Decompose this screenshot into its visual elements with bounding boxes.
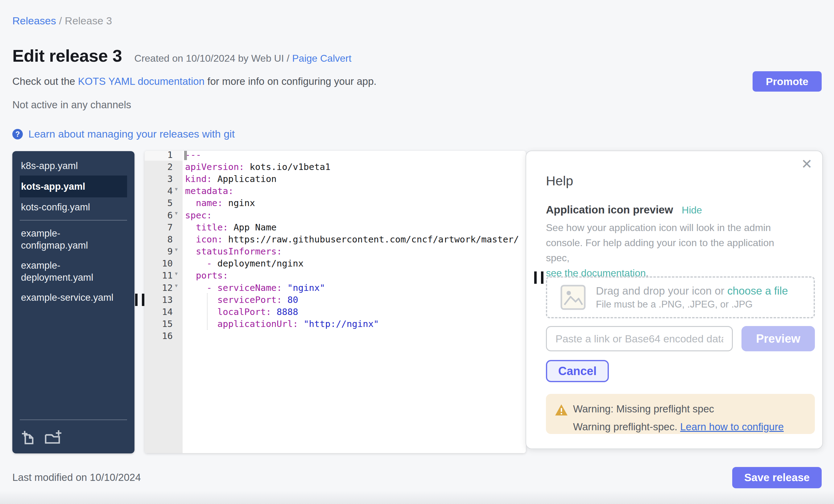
- bottom-fade: [0, 490, 834, 504]
- page: Releases / Release 3 Edit release 3 Crea…: [0, 0, 834, 504]
- warning-icon: [554, 404, 568, 416]
- fold-arrow-icon[interactable]: ▾: [175, 210, 178, 217]
- line-number: 16: [145, 331, 182, 341]
- breadcrumb-current: / Release 3: [56, 15, 112, 26]
- git-banner: ? Learn about managing your releases wit…: [12, 128, 822, 140]
- fold-arrow-icon[interactable]: ▾: [175, 246, 178, 253]
- help-title: Help: [546, 173, 573, 189]
- line-number: 5: [145, 198, 182, 208]
- dropzone-line2: File must be a .PNG, .JPEG, or .JPG: [596, 299, 788, 310]
- hide-link[interactable]: Hide: [682, 204, 702, 216]
- line-number: 14: [145, 307, 182, 317]
- footer: Last modified on 10/10/2024 Save release: [12, 465, 822, 490]
- warning-title: Warning: Missing preflight spec: [573, 403, 714, 415]
- code-line-8: 8 icon: https://raw.githubusercontent.co…: [145, 233, 526, 245]
- icon-dropzone[interactable]: Drag and drop your icon or choose a file…: [546, 276, 815, 318]
- save-release-button[interactable]: Save release: [732, 467, 822, 488]
- preflight-warning-box: Warning: Missing preflight spec Warning …: [546, 394, 815, 434]
- code-line-6: 6▾spec:: [145, 209, 526, 221]
- warning-detail: Warning preflight-spec. Learn how to con…: [573, 421, 784, 433]
- help-panel-resize-handle[interactable]: [534, 271, 544, 284]
- code-line-3: 3kind: Application: [145, 173, 526, 185]
- code-line-7: 7 title: App Name: [145, 221, 526, 233]
- line-number: 7: [145, 222, 182, 233]
- fold-arrow-icon[interactable]: ▾: [175, 282, 178, 289]
- doc-row: Check out the KOTS YAML documentation fo…: [12, 71, 822, 92]
- code-line-12: 12▾ - serviceName: "nginx": [145, 282, 526, 294]
- icon-preview-description: See how your application icon will look …: [546, 220, 799, 281]
- promote-button[interactable]: Promote: [752, 71, 822, 92]
- release-editor-area: k8s-app.yamlkots-app.yamlkots-config.yam…: [12, 149, 822, 454]
- question-icon: ?: [12, 129, 23, 139]
- doc-text: Check out the KOTS YAML documentation fo…: [12, 75, 377, 87]
- editor-cursor: [184, 151, 187, 160]
- code-line-10: 10 - deployment/nginx: [145, 258, 526, 269]
- file-item-k8s-app.yaml[interactable]: k8s-app.yaml: [20, 157, 127, 174]
- breadcrumb-releases-link[interactable]: Releases: [12, 15, 56, 26]
- file-item-kots-app.yaml[interactable]: kots-app.yaml: [20, 176, 127, 197]
- new-file-icon[interactable]: [21, 430, 35, 445]
- file-item-example-configmap.yaml[interactable]: example-configmap.yaml: [20, 225, 127, 254]
- desc-line1: See how your application icon will look …: [546, 222, 771, 233]
- breadcrumb: Releases / Release 3: [12, 15, 822, 27]
- cancel-button[interactable]: Cancel: [546, 360, 609, 382]
- line-number: 2: [145, 162, 182, 172]
- last-modified-text: Last modified on 10/10/2024: [12, 472, 141, 483]
- icon-preview-title: Application icon preview: [546, 203, 673, 216]
- warning-detail-text: Warning preflight-spec.: [573, 421, 680, 433]
- image-placeholder-icon: [560, 284, 586, 310]
- sidebar-footer: [20, 415, 127, 454]
- yaml-editor[interactable]: 1---2apiVersion: kots.io/v1beta13kind: A…: [145, 151, 526, 453]
- choose-file-link[interactable]: choose a file: [727, 285, 788, 297]
- title-row: Edit release 3 Created on 10/10/2024 by …: [12, 45, 822, 66]
- fold-arrow-icon[interactable]: ▾: [175, 186, 178, 193]
- fold-arrow-icon[interactable]: ▾: [175, 270, 178, 277]
- code-line-16: 16: [145, 330, 526, 342]
- file-list-divider: [20, 220, 127, 221]
- code-line-13: 13 servicePort: 80: [145, 294, 526, 306]
- close-icon[interactable]: ✕: [801, 157, 812, 171]
- line-number: 15: [145, 319, 182, 329]
- code-line-4: 4▾metadata:: [145, 185, 526, 197]
- created-info: Created on 10/10/2024 by Web UI / Paige …: [134, 53, 352, 64]
- file-list-top: k8s-app.yamlkots-app.yamlkots-config.yam…: [20, 157, 127, 216]
- icon-url-input[interactable]: [546, 326, 733, 351]
- line-number: 3: [145, 174, 182, 184]
- channel-status: Not active in any channels: [12, 99, 822, 111]
- line-number: 10: [145, 258, 182, 269]
- code-line-2: 2apiVersion: kots.io/v1beta1: [145, 161, 526, 173]
- file-item-example-service.yaml[interactable]: example-service.yaml: [20, 289, 127, 306]
- code-line-15: 15 applicationUrl: "http://nginx": [145, 318, 526, 330]
- line-number: 1: [145, 151, 182, 160]
- code-lines: 1---2apiVersion: kots.io/v1beta13kind: A…: [145, 151, 526, 342]
- sidebar-resize-handle[interactable]: [135, 294, 144, 306]
- code-line-9: 9▾ statusInformers:: [145, 245, 526, 258]
- sidebar-footer-divider: [20, 419, 127, 420]
- doc-text-after: for more info on configuring your app.: [204, 75, 377, 87]
- line-number: 8: [145, 234, 182, 245]
- page-title: Edit release 3: [12, 45, 122, 66]
- code-line-11: 11▾ ports:: [145, 269, 526, 282]
- file-list-bottom: example-configmap.yamlexample-deployment…: [20, 225, 127, 306]
- code-line-14: 14 localPort: 8888: [145, 306, 526, 318]
- code-line-5: 5 name: nginx: [145, 197, 526, 209]
- created-text: Created on 10/10/2024 by Web UI /: [134, 53, 292, 64]
- line-number: 13: [145, 294, 182, 305]
- dropzone-text: Drag and drop your icon or choose a file…: [596, 285, 788, 310]
- desc-line2: console. For help adding your icon to th…: [546, 237, 774, 263]
- code-line-1: 1---: [145, 151, 526, 161]
- indent-guide: [207, 293, 207, 330]
- dropzone-line1: Drag and drop your icon or: [596, 285, 727, 297]
- file-tree-sidebar: k8s-app.yamlkots-app.yamlkots-config.yam…: [12, 151, 134, 454]
- preview-button[interactable]: Preview: [742, 326, 815, 351]
- new-folder-icon[interactable]: [44, 430, 62, 444]
- file-item-kots-config.yaml[interactable]: kots-config.yaml: [20, 199, 127, 216]
- doc-text-before: Check out the: [12, 75, 78, 87]
- kots-yaml-doc-link[interactable]: KOTS YAML documentation: [78, 75, 204, 87]
- git-releases-link[interactable]: Learn about managing your releases with …: [28, 128, 235, 140]
- learn-configure-link[interactable]: Learn how to configure: [680, 421, 784, 433]
- help-panel: ✕ Help Application icon preview Hide See…: [526, 151, 823, 449]
- file-item-example-deployment.yaml[interactable]: example-deployment.yaml: [20, 257, 127, 286]
- created-by-link[interactable]: Paige Calvert: [292, 53, 351, 64]
